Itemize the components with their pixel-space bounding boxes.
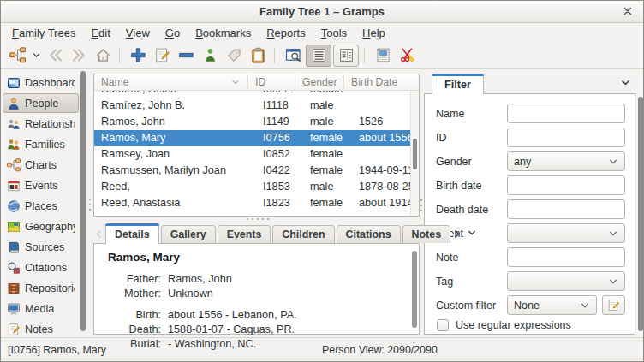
geography-icon <box>7 220 21 234</box>
people-table: Name ID Gender <box>93 74 420 217</box>
grouped-view-toggle[interactable] <box>333 45 359 67</box>
filter-collapse-button[interactable] <box>619 77 631 89</box>
configure-view-icon <box>285 47 301 63</box>
tab-children[interactable]: Children <box>272 225 334 243</box>
filter-custom-filter-select[interactable]: None <box>507 295 597 315</box>
table-scrollbar[interactable] <box>410 91 419 216</box>
reports-button[interactable] <box>372 45 394 67</box>
sidebar-item-events[interactable]: Events <box>3 175 79 195</box>
sidebar-scrollbar[interactable] <box>80 71 86 335</box>
sidebar-splitter[interactable] <box>86 69 93 337</box>
tag-button[interactable] <box>223 45 245 67</box>
tab-citations[interactable]: Citations <box>337 225 401 243</box>
cell-id: I1118 <box>256 98 303 114</box>
filter-name-input[interactable] <box>507 104 625 123</box>
sidebar-item-geography[interactable]: Geography <box>3 217 79 236</box>
clipboard-button[interactable] <box>247 45 269 67</box>
forward-button[interactable] <box>68 45 90 67</box>
menu-family-trees[interactable]: Family Trees <box>4 25 83 41</box>
tabs-scroll-left-button[interactable] <box>94 227 104 241</box>
merge-person-button[interactable] <box>199 45 221 67</box>
tab-notes[interactable]: Notes <box>402 225 450 243</box>
remove-person-button[interactable] <box>175 45 197 67</box>
table-row[interactable]: Ramos, Mary I0756 female about 1556 <box>94 130 419 146</box>
sidebar-item-media[interactable]: Media <box>3 299 79 318</box>
table-row[interactable]: Reed, Anastasia I1823 female about 1914 <box>94 195 419 211</box>
menu-reports[interactable]: Reports <box>259 25 313 41</box>
scrollbar-thumb[interactable] <box>412 251 417 328</box>
menu-help[interactable]: Help <box>355 25 393 41</box>
tab-events[interactable]: Events <box>218 225 271 243</box>
tab-details[interactable]: Details <box>105 223 159 244</box>
add-person-button[interactable] <box>127 45 149 67</box>
column-header-id[interactable]: ID <box>247 74 295 90</box>
scrollbar-thumb[interactable] <box>638 97 643 331</box>
filter-gender-select[interactable]: any <box>507 151 625 171</box>
column-header-birth-date[interactable]: Birth Date <box>343 74 410 90</box>
close-button[interactable] <box>621 5 635 19</box>
detail-scrollbar[interactable] <box>411 247 418 331</box>
list-view-toggle[interactable] <box>306 45 331 67</box>
configure-view-button[interactable] <box>282 45 304 67</box>
tab-filter[interactable]: Filter <box>432 74 484 94</box>
view-dropdown-button[interactable] <box>30 45 42 67</box>
table-row[interactable]: Ramírez, Helen I0822 female <box>94 91 419 98</box>
notes-icon <box>7 323 21 336</box>
sidebar-item-charts[interactable]: Charts <box>3 155 79 175</box>
home-button[interactable] <box>92 45 114 67</box>
filter-birth-date-input[interactable] <box>507 175 625 195</box>
tab-gallery[interactable]: Gallery <box>161 225 216 243</box>
sidebar-item-notes[interactable]: Notes <box>3 319 79 339</box>
column-header-gender[interactable]: Gender <box>295 74 343 90</box>
chevron-down-icon <box>620 77 631 88</box>
edit-person-button[interactable] <box>151 45 173 67</box>
chevron-down-icon <box>580 300 590 311</box>
tools-icon <box>399 47 415 63</box>
sidebar-item-label: Relationships <box>25 118 75 130</box>
menu-view[interactable]: View <box>118 25 158 41</box>
scrollbar-thumb[interactable] <box>413 139 417 169</box>
filter-scrollbar[interactable] <box>637 95 643 334</box>
filter-id-input[interactable] <box>507 128 625 147</box>
tools-button[interactable] <box>396 45 418 67</box>
sidebar-item-relationships[interactable]: Relationships <box>3 114 79 134</box>
column-header-name[interactable]: Name <box>94 74 247 90</box>
pedigree-view-button[interactable] <box>6 45 28 67</box>
back-button[interactable] <box>44 45 66 67</box>
menu-tools[interactable]: Tools <box>313 25 355 41</box>
filter-note-input[interactable] <box>507 247 625 267</box>
sidebar-item-families[interactable]: Families <box>3 134 79 154</box>
main-area: Dashboard People Relationships F <box>1 69 643 337</box>
table-row[interactable]: Reed, I1853 male 1878-08-25 <box>94 179 419 195</box>
sidebar-item-citations[interactable]: Citations <box>3 258 79 277</box>
tabs-menu-button[interactable] <box>467 228 477 240</box>
fact-row: Birth: about 1556 - Lebanon, PA. <box>106 308 407 323</box>
titlebar[interactable]: Family Tree 1 – Gramps <box>1 1 643 23</box>
filter-event-select[interactable] <box>507 223 625 243</box>
chevron-left-icon <box>94 229 104 239</box>
sidebar-item-people[interactable]: People <box>3 93 79 113</box>
scrollbar-thumb[interactable] <box>80 71 86 331</box>
regex-checkbox[interactable] <box>437 319 449 331</box>
edit-custom-filter-button[interactable] <box>602 295 625 315</box>
people-icon <box>7 97 21 110</box>
menu-bookmarks[interactable]: Bookmarks <box>188 25 259 41</box>
sidebar-item-places[interactable]: Places <box>3 196 79 216</box>
cell-name: Ramírez, Helen <box>94 91 256 98</box>
events-icon <box>7 179 21 193</box>
table-row[interactable]: Ramos, John I1149 male 1526 <box>94 114 419 130</box>
cell-gender: female <box>303 146 352 163</box>
filter-death-date-input[interactable] <box>507 199 625 219</box>
table-row[interactable]: Ramírez, John B. I1118 male <box>94 98 419 114</box>
tabs-scroll-right-button[interactable] <box>452 227 462 241</box>
cell-id: I1149 <box>256 114 303 130</box>
table-row[interactable]: Ramsey, Joan I0852 female <box>94 146 419 163</box>
reports-icon <box>375 47 391 63</box>
sidebar-item-repositories[interactable]: Repositories <box>3 278 79 298</box>
menu-go[interactable]: Go <box>158 25 188 41</box>
filter-tag-select[interactable] <box>507 271 625 291</box>
table-row[interactable]: Rasmussen, Marilyn Joan I0422 female 194… <box>94 163 419 179</box>
menu-edit[interactable]: Edit <box>83 25 117 41</box>
sidebar-item-sources[interactable]: Sources <box>3 237 79 257</box>
sidebar-item-dashboard[interactable]: Dashboard <box>3 73 79 92</box>
